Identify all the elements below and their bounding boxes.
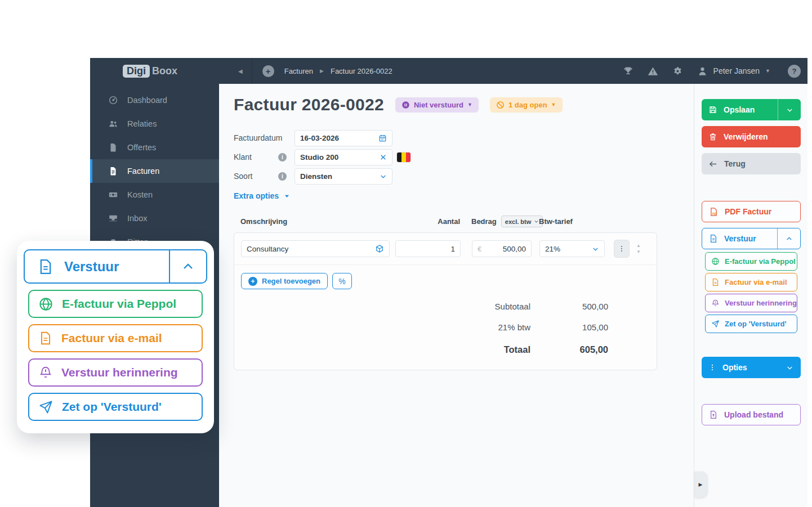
user-menu[interactable]: Peter Jansen ▼ bbox=[697, 66, 770, 77]
total-value: 605,00 bbox=[563, 344, 608, 355]
send-button[interactable]: Verstuur bbox=[702, 228, 801, 249]
amount-input[interactable] bbox=[485, 245, 526, 253]
extra-options-toggle[interactable]: Extra opties bbox=[234, 191, 679, 200]
send-email-label: Factuur via e-mail bbox=[725, 278, 787, 286]
invoice-editor: Factuur 2026-0022 Niet verstuurd ▼ 1 dag… bbox=[219, 84, 694, 507]
date-input[interactable] bbox=[300, 134, 378, 142]
breadcrumb-current: Factuur 2026-0022 bbox=[331, 67, 392, 75]
amount-mode-select[interactable]: excl. btw bbox=[501, 216, 543, 227]
save-button[interactable]: Opslaan bbox=[702, 99, 801, 120]
date-field[interactable] bbox=[295, 130, 392, 146]
trophy-icon[interactable] bbox=[623, 66, 633, 77]
status-badge[interactable]: Niet verstuurd ▼ bbox=[395, 97, 479, 113]
upload-button[interactable]: Upload bestand bbox=[702, 404, 801, 425]
logo-boox: Boox bbox=[152, 65, 177, 77]
row-menu-button[interactable] bbox=[614, 240, 630, 258]
due-badge[interactable]: 1 dag open ▼ bbox=[490, 97, 563, 113]
send-email-button[interactable]: Factuur via e-mail bbox=[705, 273, 797, 291]
subtotal-value: 500,00 bbox=[563, 302, 608, 311]
globe-icon bbox=[711, 257, 720, 266]
calendar-icon[interactable] bbox=[378, 134, 387, 142]
table-row: € 21% ▲ ▼ bbox=[234, 233, 657, 265]
popup-send-button[interactable]: Verstuur bbox=[24, 249, 207, 284]
action-panel: Opslaan Verwijderen Terug PDF PDF Factuu… bbox=[694, 84, 807, 507]
send-menu-caret[interactable] bbox=[778, 228, 800, 249]
total-label: Totaal bbox=[504, 344, 530, 355]
file-text-icon bbox=[37, 258, 54, 275]
upload-label: Upload bestand bbox=[724, 410, 783, 419]
popup-mark-sent-button[interactable]: Zet op 'Verstuurd' bbox=[28, 393, 203, 421]
clear-client-icon[interactable] bbox=[380, 154, 387, 161]
amount-field[interactable]: € bbox=[472, 240, 532, 257]
sidebar-item-facturen[interactable]: Facturen bbox=[90, 159, 219, 183]
file-icon bbox=[108, 142, 118, 152]
amount-mode-value: excl. btw bbox=[505, 218, 531, 225]
quantity-field[interactable] bbox=[395, 240, 461, 257]
pdf-button[interactable]: PDF PDF Factuur bbox=[702, 201, 801, 222]
description-field[interactable] bbox=[241, 240, 390, 257]
sidebar-item-inbox[interactable]: Inbox bbox=[90, 207, 219, 230]
pdf-label: PDF Factuur bbox=[725, 207, 771, 216]
triangle-down-icon bbox=[284, 193, 290, 199]
collapse-sidebar-icon[interactable]: ◀ bbox=[238, 68, 243, 74]
vat-total-value: 105,00 bbox=[563, 322, 608, 332]
send-peppol-label: E-factuur via Peppol bbox=[725, 257, 796, 266]
quantity-input[interactable] bbox=[401, 245, 455, 253]
user-name: Peter Jansen bbox=[713, 66, 760, 75]
chevron-down-icon bbox=[592, 245, 599, 253]
sidebar-item-kosten[interactable]: Kosten bbox=[90, 183, 219, 207]
bell-alert-icon bbox=[711, 299, 720, 307]
chevron-down-icon: ▼ bbox=[551, 102, 556, 107]
vat-select[interactable]: 21% bbox=[539, 240, 605, 257]
due-badge-label: 1 dag open bbox=[508, 101, 547, 109]
percent-button[interactable]: % bbox=[332, 273, 352, 289]
warning-icon[interactable] bbox=[648, 66, 658, 77]
sidebar-item-label: Inbox bbox=[127, 214, 147, 223]
breadcrumb-parent[interactable]: Facturen bbox=[284, 67, 313, 75]
back-button[interactable]: Terug bbox=[702, 153, 801, 174]
arrow-left-icon bbox=[708, 159, 718, 169]
banknote-icon bbox=[108, 190, 118, 200]
save-menu-caret[interactable] bbox=[778, 99, 801, 120]
sidebar-item-dashboard[interactable]: Dashboard bbox=[90, 88, 219, 112]
file-text-icon bbox=[709, 234, 718, 243]
type-select[interactable] bbox=[295, 168, 392, 185]
users-icon bbox=[108, 119, 118, 129]
client-input[interactable] bbox=[300, 153, 380, 161]
send-reminder-button[interactable]: Verstuur herinnering bbox=[705, 294, 797, 312]
popup-peppol-button[interactable]: E-factuur via Peppol bbox=[28, 290, 203, 318]
type-label: Soort bbox=[234, 172, 278, 181]
popup-email-button[interactable]: Factuur via e-mail bbox=[28, 324, 203, 352]
extra-options-label: Extra opties bbox=[234, 191, 279, 200]
mark-sent-label: Zet op 'Verstuurd' bbox=[725, 320, 786, 328]
date-label: Factuurdatum bbox=[234, 133, 278, 142]
slash-circle-icon bbox=[496, 101, 505, 109]
add-icon[interactable]: + bbox=[262, 65, 274, 77]
delete-button[interactable]: Verwijderen bbox=[702, 126, 801, 147]
popup-email-label: Factuur via e-mail bbox=[61, 331, 162, 345]
add-row-button[interactable]: + Regel toevoegen bbox=[241, 273, 328, 289]
info-icon[interactable]: i bbox=[278, 172, 287, 181]
breadcrumb-separator-icon: ▶ bbox=[320, 68, 324, 74]
popup-send-caret[interactable] bbox=[170, 250, 206, 282]
popup-send-label: Verstuur bbox=[64, 259, 119, 275]
help-icon[interactable]: ? bbox=[788, 65, 801, 78]
sidebar-item-relaties[interactable]: Relaties bbox=[90, 112, 219, 136]
mark-sent-button[interactable]: Zet op 'Verstuurd' bbox=[705, 315, 797, 333]
gear-icon[interactable] bbox=[672, 66, 683, 77]
floppy-icon bbox=[708, 105, 717, 114]
totals: Subtotaal 500,00 21% btw 105,00 Totaal 6… bbox=[234, 290, 657, 370]
options-caret[interactable] bbox=[778, 357, 801, 378]
product-cube-icon[interactable] bbox=[375, 244, 384, 253]
sidebar-item-offertes[interactable]: Offertes bbox=[90, 136, 219, 159]
paper-plane-icon bbox=[711, 320, 720, 328]
client-field[interactable] bbox=[295, 149, 392, 165]
description-input[interactable] bbox=[247, 245, 375, 253]
options-button[interactable]: Opties bbox=[702, 357, 801, 378]
row-reorder-handle[interactable]: ▲ ▼ bbox=[636, 244, 641, 254]
panel-collapse-handle[interactable]: ▶ bbox=[694, 472, 707, 497]
info-icon[interactable]: i bbox=[278, 153, 287, 161]
popup-reminder-button[interactable]: Verstuur herinnering bbox=[28, 358, 203, 387]
send-peppol-button[interactable]: E-factuur via Peppol bbox=[705, 252, 797, 271]
trash-icon bbox=[708, 132, 717, 141]
